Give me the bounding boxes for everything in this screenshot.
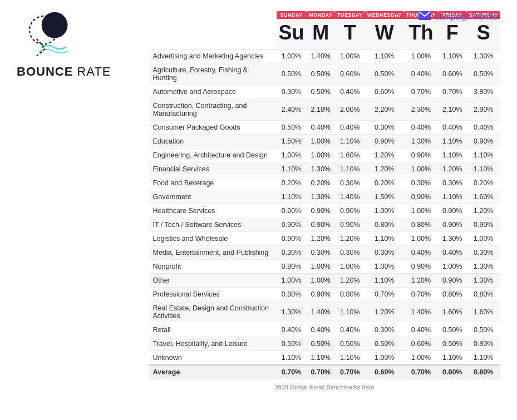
data-cell: 0.20% [277, 176, 307, 190]
data-cell: 1.30% [466, 50, 500, 63]
data-cell: 0.80% [438, 288, 466, 302]
data-cell: 0.40% [466, 121, 500, 135]
data-cell: 0.50% [335, 337, 365, 351]
day-big-row: Su M T W Th F S [149, 19, 501, 50]
data-cell: 1.00% [365, 351, 404, 365]
table-row: Financial Services1.10%1.30%1.10%1.20%1.… [149, 162, 501, 176]
data-cell: 2.90% [466, 99, 500, 121]
data-cell: 0.20% [365, 176, 404, 190]
data-cell: 0.40% [307, 121, 335, 135]
table-row: Education1.50%1.00%1.10%0.90%1.30%1.10%0… [149, 135, 501, 149]
data-cell: 1.10% [438, 50, 466, 63]
data-cell: 0.50% [438, 337, 466, 351]
data-cell: 1.00% [335, 260, 365, 274]
logo-area: BOUNCE RATE [17, 11, 137, 79]
table-row: Advertising and Marketing Agencies1.00%1… [149, 50, 501, 63]
data-cell: 1.30% [404, 135, 438, 149]
data-cell: 0.70% [335, 365, 365, 379]
monday-abbr: M [307, 19, 335, 50]
data-cell: 0.90% [307, 218, 335, 232]
logo-svg [17, 11, 83, 61]
table-row: Agriculture, Forestry, Fishing & Hunting… [149, 63, 501, 85]
data-cell: 0.20% [307, 176, 335, 190]
industry-name-cell: IT / Tech / Software Services [149, 218, 277, 232]
campaign-monitor-text: Campaign Monitor [434, 12, 500, 21]
campaign-monitor-branding: Campaign Monitor [418, 11, 500, 22]
data-cell: 0.40% [438, 121, 466, 135]
data-cell: 0.50% [307, 337, 335, 351]
table-row: Logistics and Wholesale0.90%1.20%1.20%1.… [149, 232, 501, 246]
data-cell: 1.20% [365, 162, 404, 176]
data-cell: 1.20% [365, 302, 404, 323]
page-wrapper: Campaign Monitor BOUNCE RATE [0, 0, 517, 420]
data-cell: 1.10% [438, 135, 466, 149]
data-cell: 0.70% [438, 85, 466, 99]
table-row: Unknown1.10%1.10%1.10%1.00%1.00%1.10%1.1… [149, 351, 501, 365]
data-cell: 0.90% [438, 274, 466, 288]
data-cell: 1.10% [335, 351, 365, 365]
data-cell: 0.70% [365, 288, 404, 302]
data-cell: 0.80% [466, 365, 500, 379]
data-cell: 0.80% [365, 218, 404, 232]
data-cell: 1.30% [277, 302, 307, 323]
industry-name-cell: Other [149, 274, 277, 288]
industry-name-cell: Consumer Packaged Goods [149, 121, 277, 135]
industry-name-cell: Agriculture, Forestry, Fishing & Hunting [149, 63, 277, 85]
data-cell: 1.10% [466, 351, 500, 365]
data-cell: 0.90% [466, 135, 500, 149]
data-cell: 1.10% [466, 149, 500, 162]
data-cell: 1.00% [277, 50, 307, 63]
data-cell: 1.50% [277, 135, 307, 149]
data-cell: 0.30% [335, 246, 365, 260]
data-cell: 1.00% [466, 232, 500, 246]
data-cell: 0.40% [438, 246, 466, 260]
saturday-abbr: S [466, 19, 500, 50]
table-row: Healthcare Services0.90%0.90%0.90%1.00%1… [149, 204, 501, 218]
industry-name-cell: Healthcare Services [149, 204, 277, 218]
data-cell: 0.30% [307, 246, 335, 260]
data-cell: 0.40% [404, 323, 438, 337]
data-cell: 0.40% [307, 323, 335, 337]
data-cell: 2.00% [335, 99, 365, 121]
industry-name-cell: Professional Services [149, 288, 277, 302]
industry-name-cell: Media, Entertainment, and Publishing [149, 246, 277, 260]
data-cell: 0.90% [335, 218, 365, 232]
data-cell: 0.80% [277, 288, 307, 302]
table-row: IT / Tech / Software Services0.90%0.90%0… [149, 218, 501, 232]
data-cell: 2.20% [365, 99, 404, 121]
table-row: Automotive and Aerospace0.30%0.50%0.40%0… [149, 85, 501, 99]
data-cell: 1.30% [307, 190, 335, 204]
table-row: Media, Entertainment, and Publishing0.30… [149, 246, 501, 260]
data-cell: 0.90% [404, 190, 438, 204]
footer-note: 2020 Global Email Benchmarks data [149, 384, 501, 391]
data-cell: 1.50% [365, 190, 404, 204]
data-cell: 1.60% [335, 149, 365, 162]
data-cell: 0.40% [335, 121, 365, 135]
main-table: SUNDAY MONDAY TUESDAY WEDNESDAY THURSDAY… [149, 11, 501, 379]
data-cell: 0.30% [365, 323, 404, 337]
svg-line-4 [37, 49, 45, 57]
table-row: Government1.10%1.30%1.40%1.50%0.90%1.10%… [149, 190, 501, 204]
data-cell: 1.00% [404, 232, 438, 246]
data-cell: 0.30% [466, 246, 500, 260]
data-cell: 0.80% [404, 218, 438, 232]
data-cell: 0.50% [365, 337, 404, 351]
table-row: Construction, Contracting, and Manufactu… [149, 99, 501, 121]
data-cell: 1.10% [365, 274, 404, 288]
wednesday-abbr: W [365, 19, 404, 50]
table-row: Other1.00%1.00%1.20%1.10%1.20%0.90%1.30% [149, 274, 501, 288]
industry-name-cell: Retail [149, 323, 277, 337]
data-cell: 0.40% [335, 85, 365, 99]
sunday-label: SUNDAY [277, 11, 307, 19]
data-cell: 1.10% [277, 162, 307, 176]
industry-name-cell: Average [149, 365, 277, 379]
data-cell: 0.30% [365, 121, 404, 135]
data-cell: 0.90% [277, 260, 307, 274]
data-cell: 1.10% [438, 149, 466, 162]
data-cell: 1.00% [404, 162, 438, 176]
data-cell: 1.30% [466, 260, 500, 274]
data-cell: 0.90% [277, 204, 307, 218]
data-cell: 2.40% [277, 99, 307, 121]
data-cell: 1.10% [365, 50, 404, 63]
industry-name-cell: Construction, Contracting, and Manufactu… [149, 99, 277, 121]
